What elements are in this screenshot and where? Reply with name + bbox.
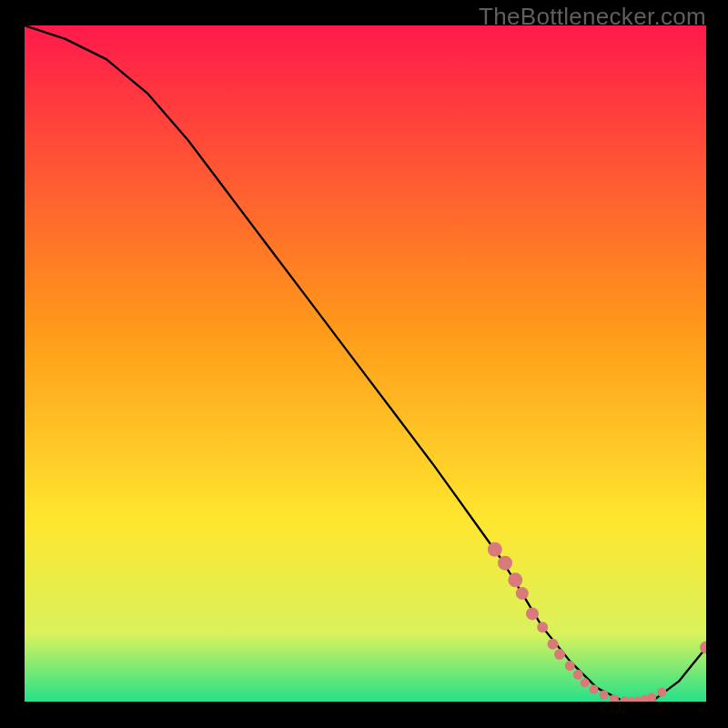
data-marker: [589, 685, 598, 694]
data-marker: [657, 688, 666, 697]
data-marker: [537, 622, 548, 632]
chart-stage: TheBottlenecker.com: [0, 0, 728, 728]
data-marker: [508, 572, 522, 587]
data-marker: [526, 607, 539, 620]
data-marker: [573, 670, 583, 680]
data-marker: [548, 639, 559, 650]
data-marker: [516, 587, 529, 600]
data-marker: [600, 691, 609, 700]
data-marker: [581, 678, 590, 687]
gradient-background: [25, 25, 706, 702]
chart-plot: [25, 25, 706, 702]
data-marker: [554, 649, 565, 660]
data-marker: [498, 556, 512, 571]
data-marker: [488, 542, 502, 557]
data-marker: [565, 661, 575, 671]
